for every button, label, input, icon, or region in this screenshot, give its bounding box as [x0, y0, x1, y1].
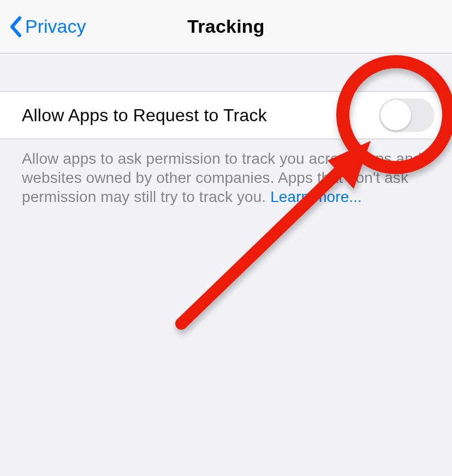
toggle-knob — [380, 100, 411, 130]
learn-more-link[interactable]: Learn more... — [270, 188, 362, 205]
chevron-left-icon — [9, 16, 22, 38]
setting-label: Allow Apps to Request to Track — [22, 105, 267, 126]
nav-bar: Privacy Tracking — [0, 0, 452, 53]
allow-apps-to-track-row: Allow Apps to Request to Track — [0, 91, 452, 139]
page-title: Tracking — [187, 16, 264, 37]
allow-apps-to-track-toggle[interactable] — [379, 98, 435, 132]
back-button[interactable]: Privacy — [9, 0, 86, 53]
back-label: Privacy — [25, 16, 86, 37]
section-spacer — [0, 53, 452, 91]
setting-footer: Allow apps to ask permission to track yo… — [0, 139, 452, 206]
